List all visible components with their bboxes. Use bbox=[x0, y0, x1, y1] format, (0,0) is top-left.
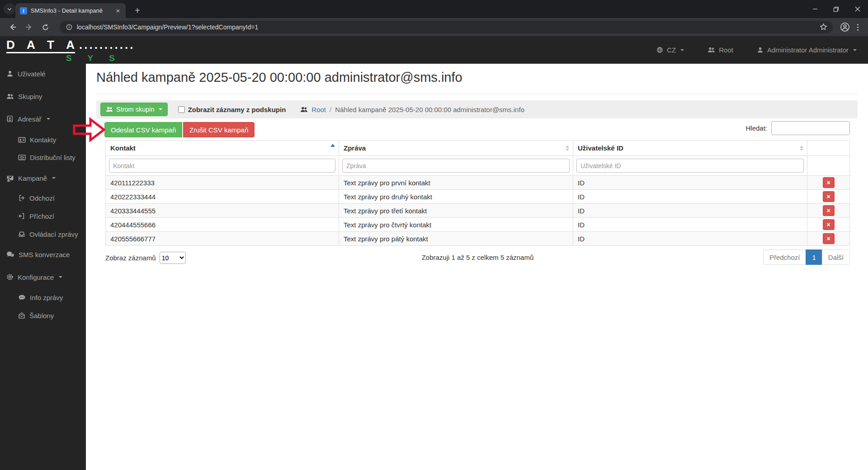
back-icon bbox=[9, 23, 17, 31]
sidebar-item-sablony[interactable]: Šablony bbox=[18, 311, 54, 320]
column-header-uzivatelske-id[interactable]: Uživatelské ID bbox=[573, 141, 807, 155]
profile-icon bbox=[840, 22, 850, 32]
app-header: D A T A........... S Y S CZ Root Adminis… bbox=[0, 36, 868, 64]
forward-icon bbox=[25, 23, 33, 31]
group-tree-button[interactable]: Strom skupin bbox=[100, 103, 168, 116]
caret-down-icon bbox=[159, 108, 162, 110]
delete-row-button[interactable]: × bbox=[823, 233, 835, 244]
next-page-button[interactable]: Další bbox=[822, 249, 850, 265]
cancel-csv-button[interactable]: Zrušit CSV kampaň bbox=[183, 122, 255, 137]
cell-zprava: Text zprávy pro třetí kontakt bbox=[339, 204, 573, 217]
bookmark-star-button[interactable] bbox=[820, 23, 827, 33]
minimize-button[interactable] bbox=[804, 0, 826, 18]
logo-subtext: S Y S bbox=[66, 53, 135, 63]
search-input[interactable] bbox=[771, 121, 850, 135]
user-icon bbox=[757, 47, 764, 53]
table-row: 420555666777 Text zprávy pro pátý kontak… bbox=[106, 231, 849, 245]
outgoing-icon bbox=[18, 194, 25, 202]
user-menu[interactable]: Administrator Administrator bbox=[757, 46, 857, 54]
reload-button[interactable] bbox=[38, 20, 52, 34]
browser-menu-button[interactable] bbox=[854, 21, 862, 33]
language-selector[interactable]: CZ bbox=[656, 46, 684, 54]
breadcrumb-current: Náhled kampaně 2025-05-20 00:00:00 admin… bbox=[335, 106, 524, 113]
delete-row-button[interactable]: × bbox=[823, 177, 835, 188]
sidebar-item-adresar[interactable]: Adresář bbox=[6, 114, 50, 123]
sidebar-item-uzivatele[interactable]: Uživatelé bbox=[6, 69, 46, 78]
sidebar-item-skupiny[interactable]: Skupiny bbox=[6, 92, 42, 101]
omnibox[interactable]: localhost/SMSInfo3/Campaign/Preview/1?se… bbox=[60, 21, 833, 33]
filter-kontakt-input[interactable] bbox=[109, 159, 335, 173]
breadcrumb-root-link[interactable]: Root bbox=[311, 106, 326, 113]
page-title: Náhled kampaně 2025-05-20 00:00:00 admin… bbox=[96, 70, 462, 85]
sort-asc-icon bbox=[330, 144, 335, 147]
delete-row-button[interactable]: × bbox=[823, 219, 835, 230]
sidebar-item-prichozi[interactable]: Příchozí bbox=[18, 212, 54, 221]
close-window-button[interactable] bbox=[847, 0, 868, 18]
cell-uzivatelske-id: ID bbox=[573, 232, 807, 245]
forward-button[interactable] bbox=[22, 20, 36, 34]
sidebar-item-sms-konverzace[interactable]: SMS konverzace bbox=[6, 250, 70, 259]
restore-button[interactable] bbox=[826, 0, 847, 18]
sort-icon bbox=[800, 146, 803, 151]
sms-conversations-icon bbox=[6, 250, 14, 258]
sidebar-item-distribucni-listy[interactable]: Distribuční listy bbox=[18, 153, 75, 162]
url-text: localhost/SMSInfo3/Campaign/Preview/1?se… bbox=[77, 24, 258, 31]
browser-tab-bar: i SMSInfo3 - Detail kampaně × + bbox=[0, 0, 868, 18]
campaign-table: Kontakt Zpráva Uživatelské ID 4201112223… bbox=[105, 140, 850, 246]
cell-uzivatelske-id: ID bbox=[573, 204, 807, 217]
address-book-icon bbox=[6, 115, 14, 122]
logo-dots: ........... bbox=[79, 38, 135, 52]
close-icon bbox=[855, 6, 860, 12]
table-row: 420222333444 Text zprávy pro druhý konta… bbox=[106, 189, 849, 203]
table-header-row: Kontakt Zpráva Uživatelské ID bbox=[106, 141, 849, 155]
sidebar-item-odchozi[interactable]: Odchozí bbox=[18, 193, 55, 202]
restore-icon bbox=[833, 6, 839, 12]
sidebar-item-kampane[interactable]: Kampaně bbox=[6, 174, 56, 183]
table-search: Hledat: bbox=[745, 121, 850, 135]
caret-down-icon bbox=[853, 49, 857, 51]
sidebar-item-ovladaci-zpravy[interactable]: Ovládací zprávy bbox=[18, 230, 78, 239]
caret-down-icon bbox=[52, 177, 56, 179]
back-button[interactable] bbox=[6, 20, 19, 34]
filter-uzivatelske-id-input[interactable] bbox=[576, 159, 804, 173]
group-indicator[interactable]: Root bbox=[708, 46, 733, 54]
page-info-icon[interactable] bbox=[66, 24, 72, 30]
cell-kontakt: 420444555666 bbox=[106, 218, 339, 231]
group-toolbar: Strom skupin Zobrazit záznamy z podskupi… bbox=[96, 100, 858, 118]
cell-zprava: Text zprávy pro čtvrtý kontakt bbox=[339, 218, 573, 231]
column-header-zprava[interactable]: Zpráva bbox=[339, 141, 573, 155]
delete-row-button[interactable]: × bbox=[823, 205, 835, 216]
filter-zprava-input[interactable] bbox=[342, 159, 570, 173]
sort-icon bbox=[566, 146, 569, 151]
language-label: CZ bbox=[667, 46, 676, 54]
users-icon bbox=[300, 106, 308, 113]
gear-icon bbox=[6, 273, 14, 281]
sidebar-item-info-zpravy[interactable]: Info zprávy bbox=[18, 293, 63, 302]
subgroup-checkbox[interactable] bbox=[178, 106, 185, 113]
users-icon bbox=[708, 46, 715, 54]
column-header-kontakt[interactable]: Kontakt bbox=[106, 141, 339, 155]
contacts-icon bbox=[18, 136, 26, 144]
tab-close-button[interactable]: × bbox=[114, 7, 122, 15]
browser-address-bar: localhost/SMSInfo3/Campaign/Preview/1?se… bbox=[0, 18, 868, 36]
delete-row-button[interactable]: × bbox=[823, 191, 835, 202]
browser-tab[interactable]: i SMSInfo3 - Detail kampaně × bbox=[15, 3, 126, 18]
sidebar-item-kontakty[interactable]: Kontakty bbox=[18, 135, 56, 144]
previous-page-button[interactable]: Předchozí bbox=[763, 249, 807, 265]
tab-search-button[interactable] bbox=[4, 3, 15, 15]
new-tab-button[interactable]: + bbox=[131, 4, 144, 17]
search-label: Hledat: bbox=[745, 124, 767, 132]
templates-icon bbox=[18, 312, 25, 319]
caret-down-icon bbox=[59, 276, 62, 278]
csv-actions: Odeslat CSV kampaň Zrušit CSV kampaň bbox=[104, 122, 255, 137]
pagination: Předchozí 1 Další bbox=[763, 249, 850, 265]
page-1-button[interactable]: 1 bbox=[806, 249, 822, 265]
app-logo: D A T A........... S Y S bbox=[6, 38, 135, 63]
star-icon bbox=[820, 23, 827, 31]
table-info: Zobrazuji 1 až 5 z celkem 5 záznamů bbox=[105, 254, 850, 261]
profile-button[interactable] bbox=[839, 21, 851, 33]
globe-icon bbox=[656, 47, 663, 53]
users-icon bbox=[6, 93, 14, 100]
sidebar-item-konfigurace[interactable]: Konfigurace bbox=[6, 273, 62, 282]
send-csv-button[interactable]: Odeslat CSV kampaň bbox=[104, 122, 182, 137]
